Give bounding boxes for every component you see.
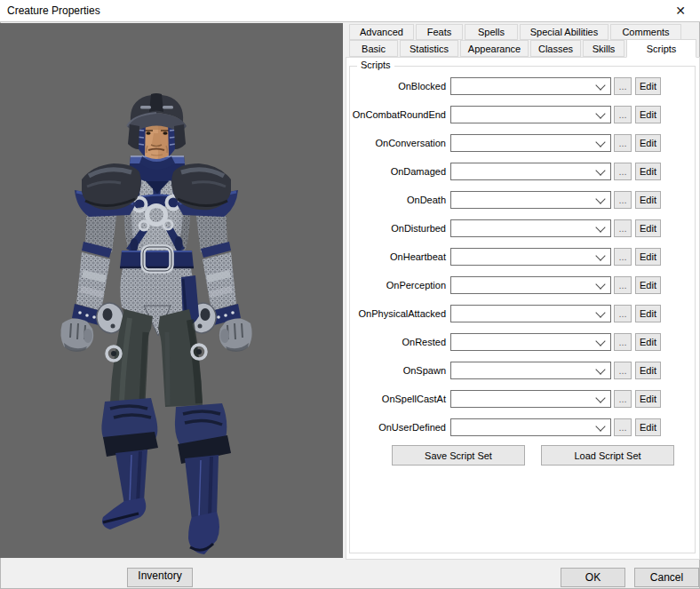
tab-feats[interactable]: Feats	[416, 24, 463, 40]
tab-spells[interactable]: Spells	[465, 24, 518, 40]
cancel-button[interactable]: Cancel	[634, 568, 699, 587]
script-row-oncombatroundend: OnCombatRoundEnd...Edit	[350, 106, 695, 123]
script-row-ondisturbed: OnDisturbed...Edit	[350, 219, 695, 237]
browse-button[interactable]: ...	[614, 276, 632, 294]
chevron-down-icon	[595, 80, 605, 90]
script-label: OnSpellCastAt	[350, 394, 450, 404]
chevron-down-icon	[595, 222, 605, 232]
script-combobox[interactable]	[450, 248, 611, 266]
script-label: OnUserDefined	[350, 422, 450, 433]
scripts-tab-page: Scripts OnBlocked...Edit OnCombatRoundEn…	[346, 57, 700, 560]
chevron-down-icon	[595, 336, 605, 346]
edit-button[interactable]: Edit	[635, 305, 661, 322]
edit-button[interactable]: Edit	[635, 418, 661, 436]
tab-appearance[interactable]: Appearance	[460, 40, 529, 57]
browse-button[interactable]: ...	[614, 362, 632, 379]
load-script-set-button[interactable]: Load Script Set	[541, 445, 674, 466]
script-combobox[interactable]	[450, 305, 611, 322]
script-row-ondamaged: OnDamaged...Edit	[350, 163, 695, 180]
script-label: OnDamaged	[350, 166, 450, 177]
script-label: OnPerception	[350, 280, 450, 291]
edit-button[interactable]: Edit	[635, 248, 661, 266]
edit-button[interactable]: Edit	[635, 191, 661, 209]
chevron-down-icon	[595, 393, 605, 402]
script-combobox[interactable]	[450, 163, 611, 180]
edit-button[interactable]: Edit	[635, 276, 661, 294]
close-button[interactable]: ✕	[661, 0, 700, 21]
tab-skills[interactable]: Skills	[583, 40, 624, 57]
creature-model	[0, 23, 343, 558]
browse-button[interactable]: ...	[614, 77, 632, 95]
tab-comments[interactable]: Comments	[610, 24, 681, 40]
browse-button[interactable]: ...	[614, 191, 632, 209]
script-row-onheartbeat: OnHeartbeat...Edit	[350, 248, 695, 266]
tab-row-top: Advanced Feats Spells Special Abilities …	[349, 24, 681, 40]
edit-button[interactable]: Edit	[635, 362, 661, 379]
script-label: OnDeath	[350, 195, 450, 205]
chevron-down-icon	[595, 364, 605, 374]
script-combobox[interactable]	[450, 418, 611, 436]
tab-scripts[interactable]: Scripts	[626, 39, 696, 58]
tab-advanced[interactable]: Advanced	[349, 24, 414, 40]
browse-button[interactable]: ...	[614, 390, 632, 408]
save-script-set-button[interactable]: Save Script Set	[392, 445, 525, 466]
script-combobox[interactable]	[450, 362, 611, 379]
close-icon: ✕	[675, 4, 686, 17]
edit-button[interactable]: Edit	[635, 219, 661, 237]
script-combobox[interactable]	[450, 77, 611, 95]
creature-preview[interactable]	[0, 23, 343, 558]
browse-button[interactable]: ...	[614, 248, 632, 266]
title-bar[interactable]: Creature Properties ✕	[0, 0, 700, 22]
edit-button[interactable]: Edit	[635, 163, 661, 180]
script-combobox[interactable]	[450, 219, 611, 237]
edit-button[interactable]: Edit	[635, 390, 661, 408]
script-combobox[interactable]	[450, 276, 611, 294]
browse-button[interactable]: ...	[614, 219, 632, 237]
script-row-onperception: OnPerception...Edit	[350, 276, 695, 294]
chevron-down-icon	[595, 279, 605, 289]
browse-button[interactable]: ...	[614, 106, 632, 123]
script-row-onuserdefined: OnUserDefined...Edit	[350, 418, 695, 436]
edit-button[interactable]: Edit	[635, 134, 661, 152]
script-label: OnDisturbed	[350, 223, 450, 234]
creature-properties-dialog: Creature Properties ✕	[0, 0, 700, 589]
script-row-onrested: OnRested...Edit	[350, 333, 695, 351]
browse-button[interactable]: ...	[614, 163, 632, 180]
tab-special-abilities[interactable]: Special Abilities	[520, 24, 609, 40]
script-set-buttons: Save Script Set Load Script Set	[392, 445, 674, 466]
chevron-down-icon	[595, 194, 605, 203]
tab-basic[interactable]: Basic	[349, 40, 398, 57]
script-combobox[interactable]	[450, 191, 611, 209]
browse-button[interactable]: ...	[614, 418, 632, 436]
script-combobox[interactable]	[450, 333, 611, 351]
script-label: OnHeartbeat	[350, 251, 450, 262]
groupbox-title: Scripts	[357, 60, 394, 70]
script-row-onspawn: OnSpawn...Edit	[350, 362, 695, 379]
scripts-groupbox: Scripts OnBlocked...Edit OnCombatRoundEn…	[349, 66, 696, 553]
tab-row-bottom: Basic Statistics Appearance Classes Skil…	[349, 40, 696, 58]
tab-classes[interactable]: Classes	[530, 40, 581, 57]
chevron-down-icon	[595, 108, 605, 118]
inventory-button[interactable]: Inventory ...	[127, 568, 193, 587]
script-combobox[interactable]	[450, 390, 611, 408]
ok-button[interactable]: OK	[561, 568, 625, 587]
chevron-down-icon	[595, 165, 605, 175]
script-row-onspellcastat: OnSpellCastAt...Edit	[350, 390, 695, 408]
chevron-down-icon	[595, 251, 605, 260]
script-combobox[interactable]	[450, 134, 611, 152]
edit-button[interactable]: Edit	[635, 77, 661, 95]
browse-button[interactable]: ...	[614, 134, 632, 152]
script-row-ondeath: OnDeath...Edit	[350, 191, 695, 209]
script-label: OnRested	[350, 337, 450, 347]
window-title: Creature Properties	[7, 4, 100, 17]
edit-button[interactable]: Edit	[635, 106, 661, 123]
browse-button[interactable]: ...	[614, 333, 632, 351]
browse-button[interactable]: ...	[614, 305, 632, 322]
script-label: OnBlocked	[350, 81, 450, 92]
edit-button[interactable]: Edit	[635, 333, 661, 351]
script-combobox[interactable]	[450, 106, 611, 123]
script-label: OnPhysicalAttacked	[350, 308, 450, 319]
script-label: OnSpawn	[350, 365, 450, 376]
tab-statistics[interactable]: Statistics	[400, 40, 458, 57]
script-rows: OnBlocked...Edit OnCombatRoundEnd...Edit…	[350, 77, 695, 447]
